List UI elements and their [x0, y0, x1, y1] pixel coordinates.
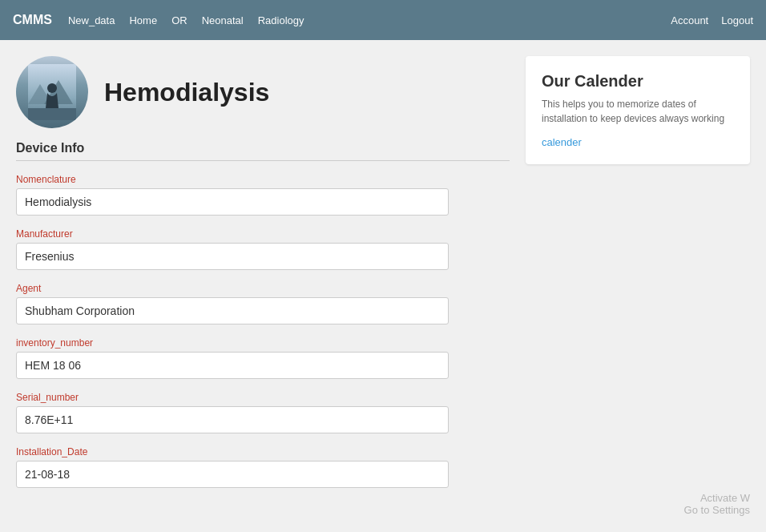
nomenclature-group: Nomenclature — [16, 174, 510, 216]
serial-number-group: Serial_number — [16, 392, 510, 433]
calendar-card: Our Calender This helps you to memorize … — [526, 56, 750, 164]
svg-rect-4 — [28, 108, 76, 120]
main-content: Hemodialysis Device Info Nomenclature Ma… — [0, 40, 766, 517]
nav-new-data[interactable]: New_data — [68, 14, 115, 26]
calendar-description: This helps you to memorize dates of inst… — [542, 97, 734, 126]
navbar-right: Account Logout — [671, 14, 753, 26]
agent-label: Agent — [16, 283, 510, 294]
navbar-brand[interactable]: CMMS — [13, 13, 52, 27]
navbar-links: New_data Home OR Neonatal Radiology — [68, 14, 671, 26]
logout-link[interactable]: Logout — [721, 14, 753, 26]
left-panel: Hemodialysis Device Info Nomenclature Ma… — [16, 56, 510, 501]
navbar: CMMS New_data Home OR Neonatal Radiology… — [0, 0, 766, 40]
installation-date-label: Installation_Date — [16, 446, 510, 457]
nav-radiology[interactable]: Radiology — [258, 14, 304, 26]
manufacturer-group: Manufacturer — [16, 228, 510, 270]
nav-neonatal[interactable]: Neonatal — [202, 14, 244, 26]
nav-home[interactable]: Home — [129, 14, 157, 26]
device-title: Hemodialysis — [104, 78, 269, 107]
nav-or[interactable]: OR — [171, 14, 187, 26]
serial-number-label: Serial_number — [16, 392, 510, 403]
device-info-section-title: Device Info — [16, 141, 510, 161]
serial-number-input[interactable] — [16, 406, 449, 433]
installation-date-input[interactable] — [16, 461, 449, 488]
nomenclature-label: Nomenclature — [16, 174, 510, 185]
manufacturer-input[interactable] — [16, 243, 449, 270]
svg-point-3 — [47, 83, 57, 93]
manufacturer-label: Manufacturer — [16, 228, 510, 240]
agent-group: Agent — [16, 283, 510, 324]
calendar-link[interactable]: calender — [542, 136, 582, 148]
inventory-number-input[interactable] — [16, 352, 449, 379]
agent-input[interactable] — [16, 297, 449, 324]
device-header: Hemodialysis — [16, 56, 510, 128]
calendar-title: Our Calender — [542, 72, 734, 91]
account-link[interactable]: Account — [671, 14, 708, 26]
avatar — [16, 56, 88, 128]
nomenclature-input[interactable] — [16, 188, 449, 216]
installation-date-group: Installation_Date — [16, 446, 510, 488]
avatar-image — [28, 64, 76, 120]
inventory-number-label: inventory_number — [16, 337, 510, 349]
right-panel: Our Calender This helps you to memorize … — [526, 56, 750, 501]
inventory-number-group: inventory_number — [16, 337, 510, 379]
